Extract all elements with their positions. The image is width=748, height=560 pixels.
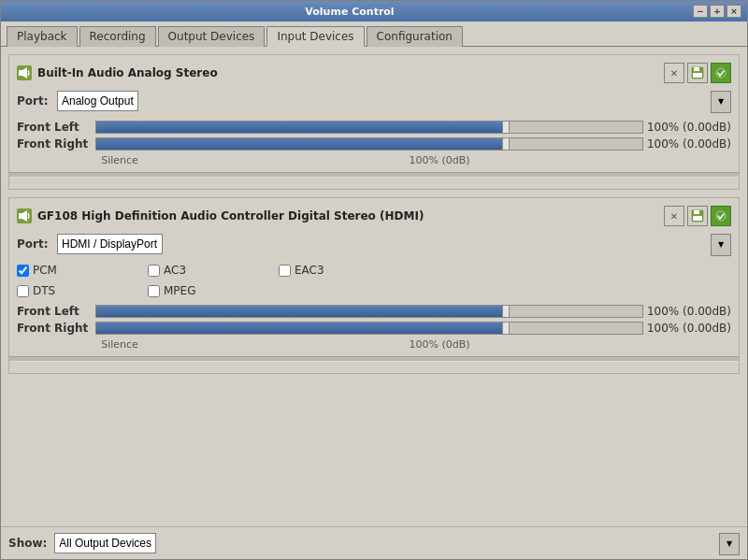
device-activate-btn-1[interactable] [711,63,731,83]
titlebar: Volume Control − + × [1,1,747,22]
channel-row-1-2: Front Right 100% (0.00dB) [17,137,731,151]
device-name-2: GF108 High Definition Audio Controller D… [37,209,424,223]
checkbox-dts: DTS [17,284,148,297]
scale-right-1: 100% (0dB) [148,154,731,166]
show-label: Show: [8,537,47,550]
slider-track-2-2[interactable] [95,322,643,335]
channel-row-2-1: Front Left 100% (0.00dB) [17,305,731,318]
channel-label-2-1: Front Left [17,305,92,318]
scale-right-2: 100% (0dB) [148,338,731,351]
slider-fill-1-1 [96,122,506,133]
slider-track-1-1[interactable] [95,121,643,134]
device-card-2: GF108 High Definition Audio Controller D… [8,197,740,374]
device-close-btn-1[interactable]: ✕ [664,63,684,83]
svg-rect-3 [694,67,699,71]
svg-marker-1 [22,67,27,79]
scale-left-2: Silence [92,338,148,351]
svg-rect-9 [694,210,699,214]
main-window: Volume Control − + × Playback Recording … [0,0,748,560]
window-title: Volume Control [7,6,693,18]
channel-value-2-1: 100% (0.00dB) [647,305,731,318]
checkbox-eac3: EAC3 [279,264,410,277]
checkboxes-row-2b: DTS MPEG [17,284,731,297]
window-controls: − + × [693,5,741,18]
checkbox-eac3-label: EAC3 [295,264,324,277]
port-row-2: Port: HDMI / DisplayPort [17,234,731,254]
checkbox-ac3-input[interactable] [148,265,160,277]
checkbox-dts-input[interactable] [17,285,29,297]
scale-row-2: Silence 100% (0dB) [92,338,731,351]
channel-label-1-1: Front Left [17,121,92,134]
port-select-2[interactable]: HDMI / DisplayPort [57,234,163,254]
tab-recording[interactable]: Recording [79,26,156,47]
port-label-1: Port: [17,94,50,108]
checkbox-pcm-label: PCM [33,264,57,277]
device-name-1: Built-In Audio Analog Stereo [37,66,218,79]
slider-thumb-2-2[interactable] [502,322,510,335]
device-icon-2 [17,208,32,223]
separator-2 [9,356,739,362]
checkbox-ac3: AC3 [148,264,279,277]
tabs-bar: Playback Recording Output Devices Input … [1,22,747,47]
checkboxes-row-2: PCM AC3 EAC3 [17,264,731,277]
port-select-1[interactable]: Analog Output [57,91,138,111]
close-button[interactable]: × [726,5,741,18]
tab-playback[interactable]: Playback [7,26,78,47]
device-header-2: GF108 High Definition Audio Controller D… [17,206,731,226]
checkbox-mpeg-input[interactable] [148,285,160,297]
scale-left-1: Silence [92,154,148,166]
slider-track-1-2[interactable] [95,137,643,151]
checkbox-pcm: PCM [17,264,148,277]
device-header-1: Built-In Audio Analog Stereo ✕ [17,63,731,83]
svg-rect-6 [19,213,22,219]
device-header-right-1: ✕ [664,63,731,83]
device-header-left-2: GF108 High Definition Audio Controller D… [17,208,424,223]
slider-track-2-1[interactable] [95,305,643,318]
channel-row-1-1: Front Left 100% (0.00dB) [17,121,731,134]
channel-row-2-2: Front Right 100% (0.00dB) [17,322,731,335]
separator-1 [9,172,739,178]
main-content: Built-In Audio Analog Stereo ✕ [1,47,747,526]
minimize-button[interactable]: − [693,5,708,18]
maximize-button[interactable]: + [710,5,725,18]
svg-rect-0 [19,70,22,76]
bottom-bar: Show: All Output Devices [1,526,747,559]
tab-configuration[interactable]: Configuration [367,26,463,47]
scale-row-1: Silence 100% (0dB) [92,154,731,166]
device-save-btn-1[interactable] [687,63,708,83]
port-label-2: Port: [17,237,50,251]
channel-label-2-2: Front Right [17,322,92,335]
slider-thumb-1-1[interactable] [502,121,510,134]
checkbox-dts-label: DTS [33,284,55,297]
device-card-1: Built-In Audio Analog Stereo ✕ [8,54,740,190]
device-icon-1 [17,65,32,80]
device-header-right-2: ✕ [664,206,731,226]
checkbox-mpeg-label: MPEG [164,284,195,297]
checkbox-ac3-label: AC3 [164,264,186,277]
svg-rect-4 [693,73,702,78]
device-header-left-1: Built-In Audio Analog Stereo [17,65,218,80]
checkbox-pcm-input[interactable] [17,265,29,277]
slider-thumb-1-2[interactable] [502,137,510,151]
content-spacer [8,381,740,519]
port-select-wrapper-2: HDMI / DisplayPort [57,234,731,254]
tab-output-devices[interactable]: Output Devices [158,26,266,47]
slider-fill-1-2 [96,138,506,150]
device-save-btn-2[interactable] [687,206,708,226]
slider-fill-2-1 [96,306,506,317]
slider-fill-2-2 [96,323,506,334]
svg-marker-7 [22,210,27,222]
tab-input-devices[interactable]: Input Devices [266,26,364,47]
show-select[interactable]: All Output Devices [54,533,156,553]
slider-thumb-2-1[interactable] [502,305,510,318]
checkbox-mpeg: MPEG [148,284,279,297]
svg-rect-10 [693,216,702,221]
checkbox-eac3-input[interactable] [279,265,291,277]
channel-value-1-2: 100% (0.00dB) [647,137,731,151]
device-activate-btn-2[interactable] [711,206,731,226]
port-select-wrapper-1: Analog Output [57,91,731,111]
show-select-wrapper: All Output Devices [54,533,740,553]
device-close-btn-2[interactable]: ✕ [664,206,684,226]
channel-value-2-2: 100% (0.00dB) [647,322,731,335]
port-row-1: Port: Analog Output [17,91,731,111]
